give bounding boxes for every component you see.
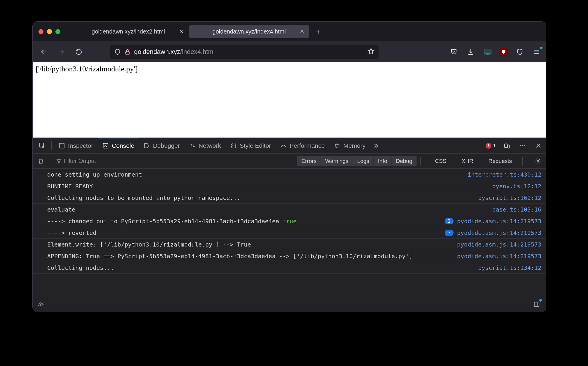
toggle-logs[interactable]: Logs bbox=[353, 156, 374, 166]
source-link[interactable]: pyodide.asm.js:14:219573 bbox=[457, 241, 541, 248]
source-link[interactable]: pyenv.ts:12:12 bbox=[492, 183, 541, 190]
tab-title: goldendawn.xyz/index2.html bbox=[92, 28, 165, 35]
error-icon: ! bbox=[486, 143, 491, 149]
console-message: APPENDING: True ==> PyScript-5b553a29-eb… bbox=[47, 253, 454, 260]
svg-point-19 bbox=[537, 160, 539, 162]
console-row[interactable]: done setting up environmentinterpreter.t… bbox=[33, 169, 546, 180]
kebab-menu-icon[interactable] bbox=[518, 141, 527, 150]
responsive-mode-icon[interactable] bbox=[502, 141, 512, 150]
tab-debugger[interactable]: Debugger bbox=[139, 138, 184, 153]
minimize-window-button[interactable] bbox=[47, 29, 52, 34]
console-row[interactable]: ----> reverted3pyodide.asm.js:14:219573 bbox=[33, 227, 546, 239]
tab-memory[interactable]: Memory bbox=[330, 138, 370, 153]
repeat-count-badge: 2 bbox=[445, 218, 454, 224]
tab-style-editor[interactable]: Style Editor bbox=[226, 138, 275, 153]
tab-bar: goldendawn.xyz/index2.html ✕ goldendawn.… bbox=[33, 22, 546, 41]
console-row[interactable]: RUNTIME READYpyenv.ts:12:12 bbox=[33, 180, 546, 192]
svg-point-16 bbox=[524, 145, 525, 146]
devtools-tabs: Inspector Console Debugger Network Style… bbox=[33, 138, 546, 154]
forward-button[interactable] bbox=[55, 45, 68, 58]
menu-button[interactable] bbox=[532, 47, 541, 57]
source-link[interactable]: pyodide.asm.js:14:219573 bbox=[457, 229, 541, 236]
pocket-icon[interactable] bbox=[449, 47, 459, 57]
zoom-window-button[interactable] bbox=[55, 29, 60, 34]
console-row[interactable]: Collecting nodes...pyscript.ts:134:12 bbox=[33, 262, 546, 274]
clear-console-icon[interactable] bbox=[36, 156, 46, 166]
console-message: done setting up environment bbox=[47, 171, 464, 178]
tab-performance[interactable]: Performance bbox=[276, 138, 329, 153]
page-output-text: ['/lib/python3.10/rizalmodule.py'] bbox=[36, 65, 138, 73]
tab-title: goldendawn.xyz/index4.html bbox=[212, 28, 286, 35]
console-settings-icon[interactable] bbox=[533, 156, 542, 166]
window-controls bbox=[38, 29, 60, 34]
console-message: Collecting nodes to be mounted into pyth… bbox=[47, 194, 475, 201]
tab-index4[interactable]: goldendawn.xyz/index4.html ✕ bbox=[189, 25, 309, 38]
source-link[interactable]: pyodide.asm.js:14:219573 bbox=[457, 218, 541, 225]
tab-console[interactable]: Console bbox=[98, 138, 138, 153]
source-link[interactable]: base.ts:103:16 bbox=[492, 206, 541, 213]
close-window-button[interactable] bbox=[38, 29, 43, 34]
console-message: evaluate bbox=[47, 206, 489, 213]
svg-rect-2 bbox=[484, 49, 491, 54]
ublock-icon[interactable] bbox=[500, 48, 508, 56]
toggle-requests[interactable]: Requests bbox=[484, 156, 516, 166]
toggle-debug[interactable]: Debug bbox=[392, 156, 417, 166]
repeat-count-badge: 3 bbox=[445, 230, 454, 236]
prompt-chevron-icon: ≫ bbox=[37, 300, 44, 308]
url-path: /index4.html bbox=[180, 48, 215, 55]
console-message: ----> changed out to PyScript-5b553a29-e… bbox=[47, 218, 441, 225]
downloads-icon[interactable] bbox=[466, 47, 475, 57]
element-picker-icon[interactable] bbox=[36, 142, 48, 149]
error-count: 1 bbox=[493, 143, 496, 148]
insecure-lock-icon[interactable] bbox=[124, 49, 131, 55]
console-row[interactable]: ----> changed out to PyScript-5b553a29-e… bbox=[33, 215, 546, 227]
back-button[interactable] bbox=[37, 45, 50, 58]
screen-icon[interactable] bbox=[483, 47, 492, 57]
source-link[interactable]: pyscript.ts:169:12 bbox=[478, 194, 541, 201]
toggle-errors[interactable]: Errors bbox=[297, 156, 321, 166]
nav-bar: goldendawn.xyz/index4.html bbox=[33, 41, 546, 62]
toggle-warnings[interactable]: Warnings bbox=[321, 156, 353, 166]
tab-network[interactable]: Network bbox=[185, 138, 225, 153]
close-devtools-icon[interactable] bbox=[534, 141, 543, 150]
console-row[interactable]: Collecting nodes to be mounted into pyth… bbox=[33, 192, 546, 204]
tabs: goldendawn.xyz/index2.html ✕ goldendawn.… bbox=[68, 22, 324, 41]
literal-true: true bbox=[283, 218, 297, 225]
close-tab-icon[interactable]: ✕ bbox=[298, 28, 305, 35]
svg-rect-20 bbox=[534, 302, 539, 306]
console-row[interactable]: APPENDING: True ==> PyScript-5b553a29-eb… bbox=[33, 250, 546, 262]
devtools-panel: Inspector Console Debugger Network Style… bbox=[33, 138, 546, 312]
log-level-toggles: Errors Warnings Logs Info Debug CSS XHR … bbox=[297, 156, 516, 166]
toolbar-right bbox=[449, 47, 541, 57]
sidepanel-toggle-icon[interactable] bbox=[532, 300, 541, 309]
console-row[interactable]: evaluatebase.ts:103:16 bbox=[33, 204, 546, 215]
svg-rect-3 bbox=[486, 54, 489, 55]
console-message: Collecting nodes... bbox=[47, 264, 475, 271]
bookmark-star-icon[interactable] bbox=[368, 48, 374, 56]
tab-inspector[interactable]: Inspector bbox=[55, 138, 97, 153]
source-link[interactable]: interpreter.ts:430:12 bbox=[468, 171, 541, 178]
filter-input[interactable] bbox=[64, 158, 140, 164]
console-message: ----> reverted bbox=[47, 229, 441, 236]
filter-output[interactable] bbox=[56, 158, 140, 164]
reload-button[interactable] bbox=[72, 45, 85, 58]
tabs-overflow-icon[interactable] bbox=[371, 138, 381, 153]
source-link[interactable]: pyodide.asm.js:14:219573 bbox=[457, 253, 541, 260]
svg-rect-11 bbox=[335, 144, 339, 147]
close-tab-icon[interactable]: ✕ bbox=[178, 28, 185, 35]
console-prompt[interactable]: ≫ bbox=[33, 296, 546, 312]
privacy-shield-icon[interactable] bbox=[515, 47, 524, 57]
console-row[interactable]: Element.write: ['/lib/python3.10/rizalmo… bbox=[33, 239, 546, 250]
console-toolbar: Errors Warnings Logs Info Debug CSS XHR … bbox=[33, 154, 546, 169]
toggle-info[interactable]: Info bbox=[374, 156, 392, 166]
error-count-badge[interactable]: ! 1 bbox=[486, 143, 496, 149]
tab-index2[interactable]: goldendawn.xyz/index2.html ✕ bbox=[69, 25, 188, 38]
toggle-css[interactable]: CSS bbox=[431, 156, 451, 166]
url-bar[interactable]: goldendawn.xyz/index4.html bbox=[110, 45, 379, 59]
source-link[interactable]: pyscript.ts:134:12 bbox=[478, 264, 541, 271]
new-tab-button[interactable]: ＋ bbox=[312, 26, 324, 37]
toggle-xhr[interactable]: XHR bbox=[458, 156, 477, 166]
shield-icon[interactable] bbox=[114, 49, 121, 55]
console-output: done setting up environmentinterpreter.t… bbox=[33, 169, 546, 296]
url-host: goldendawn.xyz bbox=[134, 48, 180, 55]
